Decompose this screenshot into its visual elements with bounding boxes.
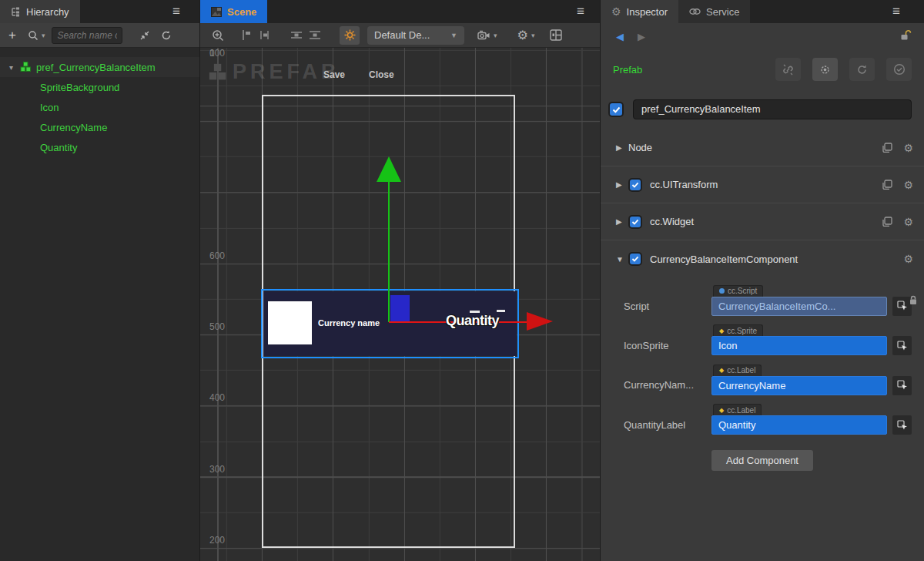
layout-grid-icon[interactable] xyxy=(550,29,562,41)
compare-book-icon[interactable] xyxy=(882,180,892,190)
node-picker-icon[interactable] xyxy=(892,336,912,355)
align-center-h-icon[interactable] xyxy=(259,29,270,41)
gizmo-x-axis-arrowhead[interactable] xyxy=(527,312,553,331)
zoom-tool-icon[interactable] xyxy=(212,29,224,42)
search-input[interactable] xyxy=(52,27,122,44)
unlock-icon[interactable] xyxy=(899,29,912,42)
component-enabled-checkbox[interactable] xyxy=(628,215,642,229)
component-enabled-checkbox[interactable] xyxy=(628,178,642,192)
tab-scene[interactable]: Scene xyxy=(200,0,267,23)
section-currencybalanceitemcomponent[interactable]: ▼ CurrencyBalanceItemComponent ⚙ xyxy=(601,240,924,277)
prefab-badge: Prefab xyxy=(613,64,775,76)
node-picker-icon[interactable] xyxy=(892,415,912,435)
ruler-label: 200 xyxy=(209,535,225,546)
scene-icon xyxy=(211,7,222,17)
compare-book-icon[interactable] xyxy=(882,217,892,227)
section-gear-icon[interactable]: ⚙ xyxy=(903,216,913,228)
align-middle-icon[interactable] xyxy=(309,29,321,41)
label-type-diamond-icon: ◆ xyxy=(719,407,724,414)
chip-label: cc.Sprite xyxy=(727,327,757,335)
tree-item-label: Quantity xyxy=(40,142,77,153)
collapsed-arrow-icon[interactable]: ▶ xyxy=(616,180,628,189)
scene-menu-icon[interactable]: ≡ xyxy=(577,0,584,23)
node-name-input[interactable]: pref_CurrencyBalanceItem xyxy=(633,99,912,119)
add-component-button[interactable]: Add Component xyxy=(711,450,813,471)
hierarchy-panel: Hierarchy ≡ + ▾ ▾ pref_CurrencyBalanceIt… xyxy=(0,0,200,561)
align-left-icon[interactable] xyxy=(241,29,253,41)
history-back-button[interactable]: ◀ xyxy=(616,31,624,42)
ruler-label: 500 xyxy=(209,321,225,332)
gizmo-xy-plane-handle[interactable] xyxy=(390,295,410,321)
section-gear-icon[interactable]: ⚙ xyxy=(903,179,913,191)
label-type-diamond-icon: ◆ xyxy=(719,367,724,374)
close-button[interactable]: Close xyxy=(369,69,394,80)
hierarchy-toolbar: + ▾ xyxy=(0,23,199,48)
type-chip: ◆ cc.Sprite xyxy=(713,324,763,336)
section-node[interactable]: ▶ Node ⚙ xyxy=(601,129,924,166)
prop-label: CurrencyNam... xyxy=(624,363,711,395)
collapsed-arrow-icon[interactable]: ▶ xyxy=(616,143,628,152)
history-forward-button[interactable]: ▶ xyxy=(638,31,645,42)
add-node-button[interactable]: + xyxy=(8,28,16,43)
render-mode-dropdown[interactable]: Default De... ▼ xyxy=(367,26,464,45)
prefab-cubes-icon xyxy=(208,63,228,82)
collapsed-arrow-icon[interactable]: ▶ xyxy=(616,217,628,226)
scene-gear-icon[interactable]: ⚙ ▾ xyxy=(517,28,535,42)
tree-item-label: SpriteBackground xyxy=(40,82,119,93)
tab-service[interactable]: Service xyxy=(678,0,750,23)
expanded-arrow-icon[interactable]: ▼ xyxy=(616,255,628,264)
gizmo-y-axis-arrowhead[interactable] xyxy=(377,156,401,182)
reset-prefab-button[interactable] xyxy=(849,58,875,81)
section-gear-icon[interactable]: ⚙ xyxy=(903,142,913,154)
hierarchy-icon xyxy=(11,7,21,17)
scene-canvas[interactable]: PREFAB Save Close 600 500 400 300 200 10… xyxy=(200,48,600,561)
selected-prefab-node[interactable]: Currency name Quantity xyxy=(263,291,517,357)
currencyname-value-field[interactable]: CurrencyName xyxy=(711,376,887,395)
save-button[interactable]: Save xyxy=(323,69,345,80)
locate-prefab-asset-button[interactable] xyxy=(812,58,838,81)
refresh-icon[interactable] xyxy=(161,30,172,41)
tree-row[interactable]: Quantity xyxy=(0,137,199,157)
tree-row-root[interactable]: ▾ pref_CurrencyBalanceItem xyxy=(0,57,199,77)
prefab-header-row: Prefab xyxy=(601,57,924,82)
collapse-all-icon[interactable] xyxy=(139,30,150,41)
tree-root-label: pref_CurrencyBalanceItem xyxy=(36,62,156,73)
tree-row[interactable]: SpriteBackground xyxy=(0,77,199,97)
unlink-prefab-button[interactable] xyxy=(775,58,801,81)
component-sections: ▶ Node ⚙ ▶ cc.UITransform ⚙ ▶ cc.Widget xyxy=(601,129,924,277)
search-filter-icon[interactable]: ▾ xyxy=(28,30,45,41)
hierarchy-tab-label: Hierarchy xyxy=(26,6,69,18)
node-picker-icon[interactable] xyxy=(892,376,912,395)
tree-row[interactable]: Icon xyxy=(0,97,199,117)
section-uitransform[interactable]: ▶ cc.UITransform ⚙ xyxy=(601,166,924,203)
ruler-label: 600 xyxy=(209,250,225,261)
tree-row[interactable]: CurrencyName xyxy=(0,117,199,137)
type-chip: cc.Script xyxy=(713,285,763,297)
node-active-checkbox[interactable] xyxy=(608,102,624,117)
inspector-menu-icon[interactable]: ≡ xyxy=(892,0,900,23)
apply-prefab-button[interactable] xyxy=(886,58,912,81)
prop-iconsprite: IconSprite ◆ cc.Sprite Icon xyxy=(624,324,912,356)
hierarchy-tree: ▾ pref_CurrencyBalanceItem SpriteBackgro… xyxy=(0,48,199,561)
gizmo-light-icon[interactable] xyxy=(340,26,360,45)
gizmo-y-axis[interactable] xyxy=(388,160,390,322)
quantitylabel-value-field[interactable]: Quantity xyxy=(711,415,887,435)
compare-book-icon[interactable] xyxy=(882,143,892,153)
camera-settings-icon[interactable]: ▾ xyxy=(477,30,497,41)
section-gear-icon[interactable]: ⚙ xyxy=(903,253,913,265)
tab-hierarchy[interactable]: Hierarchy xyxy=(0,0,80,23)
align-top-icon[interactable] xyxy=(290,29,303,41)
section-label: cc.UITransform xyxy=(650,179,871,190)
render-mode-value: Default De... xyxy=(374,29,430,41)
section-label: cc.Widget xyxy=(650,216,871,227)
component-enabled-checkbox[interactable] xyxy=(628,252,642,266)
section-widget[interactable]: ▶ cc.Widget ⚙ xyxy=(601,203,924,240)
iconsprite-value-field[interactable]: Icon xyxy=(711,336,887,355)
prop-script: Script cc.Script CurrencyBalanceItemCo..… xyxy=(624,284,912,316)
hierarchy-menu-icon[interactable]: ≡ xyxy=(172,0,180,23)
expand-arrow-icon[interactable]: ▾ xyxy=(9,63,20,72)
chip-label: cc.Label xyxy=(727,366,755,375)
scene-tab-label: Scene xyxy=(227,6,256,18)
prop-label: Script xyxy=(624,284,711,316)
tab-inspector[interactable]: ⚙ Inspector xyxy=(601,0,678,23)
